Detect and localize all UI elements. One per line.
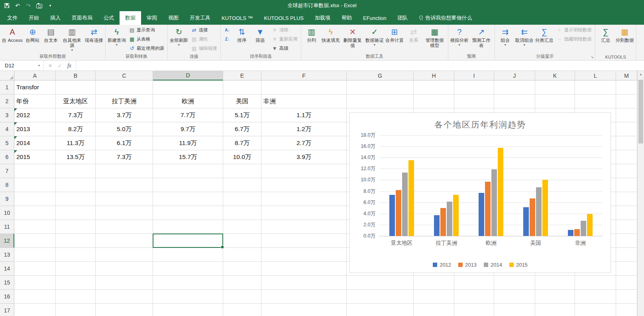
ribbon-button-自文本[interactable]: ▤自文本 [42,26,60,54]
cell-D7[interactable] [153,164,223,178]
cell-J2[interactable] [494,94,535,108]
cell-F13[interactable] [261,248,347,262]
tab-插入[interactable]: 插入 [45,11,66,25]
cell-F12[interactable] [261,234,347,248]
cell-C14[interactable] [96,262,153,276]
cell-G1[interactable] [347,80,414,94]
cell-F10[interactable] [261,206,347,220]
embedded-chart[interactable]: 各个地区历年利润趋势 2012201320142015 0.0万2.0万4.0万… [349,112,611,273]
cell-A9[interactable] [14,192,56,206]
ribbon-button-重新应用[interactable]: ▼重新应用 [269,35,300,44]
cell-B10[interactable] [56,206,96,220]
cell-A15[interactable] [14,276,56,290]
ribbon-button-自 Access[interactable]: A自 Access [1,26,24,54]
cell-A6[interactable]: 2015 [14,150,56,164]
camera-button[interactable] [36,2,42,9]
scrollbar-thumb[interactable] [638,80,643,143]
cell-L17[interactable] [575,304,616,316]
cell-C11[interactable] [96,220,153,234]
cell-A4[interactable]: 2013 [14,122,56,136]
row-header-5[interactable]: 5 [0,136,14,150]
cell-F16[interactable] [261,290,347,304]
ribbon-button-最近使用的源[interactable]: ↺最近使用的源 [127,44,166,53]
cell-L16[interactable] [575,290,616,304]
ribbon-button-关系[interactable]: ⇄关系 [404,26,423,54]
ribbon-button-模拟分析[interactable]: ?模拟分析▾ [450,26,469,54]
cell-H16[interactable] [414,290,454,304]
cell-M3[interactable] [616,108,637,122]
tell-me[interactable]: 告诉我你想要做什么 [414,11,478,25]
cell-C17[interactable] [96,304,153,316]
cell-E12[interactable] [223,234,261,248]
name-box[interactable]: D12 ▾ [0,61,44,71]
row-header-2[interactable]: 2 [0,94,14,108]
ribbon-button-组合[interactable]: ⇉组合▾ [496,26,514,54]
cell-C3[interactable]: 3.7万 [96,108,153,122]
cancel-button[interactable]: ✕ [45,63,55,69]
row-header-7[interactable]: 7 [0,164,14,178]
cell-E14[interactable] [223,262,261,276]
cell-F8[interactable] [261,178,347,192]
cell-B12[interactable] [56,234,96,248]
cell-E10[interactable] [223,206,261,220]
cell-B4[interactable]: 8.2万 [56,122,96,136]
cell-D11[interactable] [153,220,223,234]
scroll-up-icon[interactable]: ▲ [638,71,644,78]
ribbon-button-分类汇总[interactable]: ∑分类汇总 [534,26,554,54]
cell-D5[interactable]: 11.9万 [153,136,223,150]
ribbon-button-自其他来源[interactable]: ▥自其他来源▾ [60,26,84,54]
cell-M14[interactable] [616,262,637,276]
cell-K15[interactable] [535,276,575,290]
ribbon-button-高级[interactable]: ▼高级 [269,44,300,53]
redo-button[interactable]: ↷ [26,2,31,9]
ribbon-button-取消组合[interactable]: ⇇取消组合▾ [514,26,534,54]
ribbon-button-清除[interactable]: ▼清除 [269,26,300,35]
tab-公式[interactable]: 公式 [98,11,120,25]
cell-M4[interactable] [616,122,637,136]
cell-D17[interactable] [153,304,223,316]
cell-F9[interactable] [261,192,347,206]
column-header-L[interactable]: L [575,71,616,80]
ribbon-button-全部刷新[interactable]: ↻全部刷新▾ [169,26,189,54]
cell-E3[interactable]: 5.1万 [223,108,261,122]
cell-K1[interactable] [535,80,575,94]
column-header-I[interactable]: I [454,71,494,80]
cell-G15[interactable] [347,276,414,290]
row-header-12[interactable]: 12 [0,234,14,248]
cell-D8[interactable] [153,178,223,192]
cell-M13[interactable] [616,248,637,262]
cell-C8[interactable] [96,178,153,192]
cell-A17[interactable] [14,304,56,316]
tab-审阅[interactable]: 审阅 [141,11,163,25]
cell-D16[interactable] [153,290,223,304]
cell-L15[interactable] [575,276,616,290]
cell-H2[interactable] [414,94,454,108]
ribbon-button-分列[interactable]: ▥分列 [302,26,321,54]
enter-button[interactable]: ✓ [55,63,65,69]
cell-D9[interactable] [153,192,223,206]
cell-B6[interactable]: 13.5万 [56,150,96,164]
cell-F5[interactable]: 2.7万 [261,136,347,150]
column-header-K[interactable]: K [535,71,575,80]
cell-E11[interactable] [223,220,261,234]
cell-B1[interactable] [56,80,96,94]
tab-开发工具[interactable]: 开发工具 [184,11,216,25]
cell-A8[interactable] [14,178,56,192]
column-header-C[interactable]: C [96,71,153,80]
cell-M2[interactable] [616,94,637,108]
cell-H17[interactable] [414,304,454,316]
cell-L1[interactable] [575,80,616,94]
cell-D10[interactable] [153,206,223,220]
cell-B8[interactable] [56,178,96,192]
row-header-11[interactable]: 11 [0,220,14,234]
row-header-13[interactable]: 13 [0,248,14,262]
cell-C5[interactable]: 6.1万 [96,136,153,150]
cell-B17[interactable] [56,304,96,316]
cell-E1[interactable] [223,80,261,94]
ribbon-button-显示明细数据[interactable]: +显示明细数据 [554,26,594,35]
cell-D6[interactable]: 15.7万 [153,150,223,164]
cell-B15[interactable] [56,276,96,290]
column-header-F[interactable]: F [261,71,347,80]
row-header-15[interactable]: 15 [0,276,14,290]
cell-G2[interactable] [347,94,414,108]
